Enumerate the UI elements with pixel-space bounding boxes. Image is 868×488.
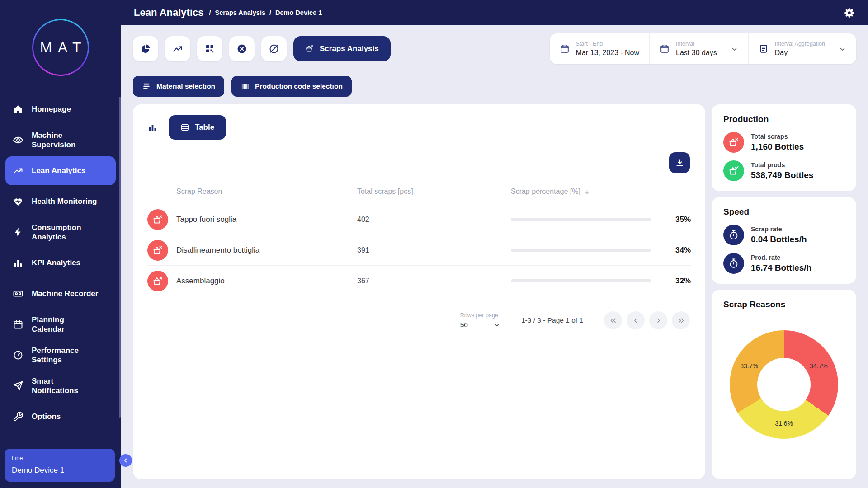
date-range-filter[interactable]: Start - End Mar 13, 2023 - Now (550, 33, 650, 64)
trend-view-button[interactable] (165, 36, 190, 61)
table-footer: Rows per page 50 1-3 / 3 - Page 1 of 1 (147, 311, 691, 329)
date-range-value: Mar 13, 2023 - Now (576, 49, 640, 57)
header-scrap-percentage[interactable]: Scrap percentage [%] (511, 188, 651, 196)
document-lines-icon (759, 44, 769, 54)
table-row: Assemblaggio 367 32% (147, 265, 691, 296)
rows-per-page-value: 50 (460, 321, 468, 329)
scrap-reasons-card: Scrap Reasons 34.7% 31.6% 33.7% (712, 290, 856, 479)
basket-x-icon (305, 44, 314, 53)
page-title: Lean Analytics (134, 7, 203, 19)
interval-value: Last 30 days (676, 49, 717, 57)
material-selection-button[interactable]: Material selection (133, 76, 224, 97)
chevron-down-icon (731, 45, 738, 53)
app-root: MAT Homepage Machine Supervision Lean An… (0, 0, 868, 488)
aggregation-text: Interval Aggregation Day (775, 41, 825, 57)
rows-per-page[interactable]: Rows per page 50 (460, 312, 500, 329)
total-scraps: 367 (357, 277, 511, 285)
last-page-button[interactable] (672, 311, 690, 329)
trend-icon (172, 43, 183, 54)
device-panel[interactable]: Line Demo Device 1 (5, 449, 115, 482)
topbar: Lean Analytics / Scraps Analysis / Demo … (121, 0, 868, 25)
percentage-value: 34% (651, 246, 691, 255)
stat-scrap-rate: Scrap rate 0.04 Bottles/h (723, 225, 844, 245)
logo-text: MAT (33, 20, 88, 75)
qr-code-icon (204, 43, 215, 54)
calendar-icon (13, 319, 24, 330)
double-chevron-right-icon (677, 317, 685, 324)
sidebar-item-label: Performance Settings (32, 346, 79, 365)
pie-chart-icon (140, 43, 151, 54)
chevron-left-icon (123, 457, 129, 464)
gauge-off-view-button[interactable] (261, 36, 287, 61)
sidebar-item-kpi-analytics[interactable]: KPI Analytics (5, 249, 116, 277)
sidebar-item-performance-settings[interactable]: Performance Settings (5, 341, 116, 370)
sidebar-item-planning-calendar[interactable]: Planning Calendar (5, 310, 116, 339)
bar-chart-icon (147, 122, 158, 133)
sidebar-item-consumption-analytics[interactable]: Consumption Analytics (5, 218, 116, 247)
speed-card: Speed Scrap rate 0.04 Bottles/h (712, 197, 856, 284)
qr-code-view-button[interactable] (197, 36, 222, 61)
filter-bar: Start - End Mar 13, 2023 - Now Interval … (550, 33, 856, 64)
first-page-button[interactable] (604, 311, 622, 329)
logo: MAT (32, 19, 89, 76)
x-circle-view-button[interactable] (229, 36, 255, 61)
production-code-selection-button[interactable]: Production code selection (231, 76, 352, 97)
scraps-table-panel: Table Scrap Reason Total scraps [pcs] Sc… (133, 104, 705, 479)
scraps-table: Scrap Reason Total scraps [pcs] Scrap pe… (147, 188, 691, 329)
table-row: Disallineamento bottiglia 391 34% (147, 235, 691, 265)
stat-label: Scrap rate (751, 225, 807, 233)
sidebar-item-label: Health Monitoring (32, 197, 97, 206)
sidebar-scrollbar[interactable] (119, 97, 121, 418)
previous-page-button[interactable] (627, 311, 645, 329)
scrap-reason: Disallineamento bottiglia (176, 246, 357, 255)
sidebar-item-smart-notifications[interactable]: Smart Notifications (5, 371, 116, 400)
calendar-icon (560, 44, 570, 54)
content: Scraps Analysis Start - End Mar 13, 2023… (121, 25, 868, 488)
pie-chart-view-button[interactable] (133, 36, 158, 61)
header-total-scraps: Total scraps [pcs] (357, 188, 511, 196)
interval-filter[interactable]: Interval Last 30 days (649, 33, 748, 64)
donut-label: 34.7% (810, 362, 828, 370)
stat-value: 16.74 Bottles/h (751, 263, 811, 273)
breadcrumb-separator: / (209, 9, 211, 16)
production-code-selection-label: Production code selection (255, 82, 343, 90)
aggregation-filter[interactable]: Interval Aggregation Day (748, 33, 856, 64)
sidebar: MAT Homepage Machine Supervision Lean An… (0, 0, 121, 488)
panel-view-toggle: Table (147, 115, 691, 140)
table-icon (180, 123, 189, 132)
rows-per-page-label: Rows per page (460, 312, 500, 319)
breadcrumb-item[interactable]: Demo Device 1 (275, 9, 322, 16)
scrap-reason: Assemblaggio (176, 277, 357, 286)
stopwatch-icon (723, 225, 744, 245)
recorder-icon (13, 288, 24, 299)
sidebar-item-health-monitoring[interactable]: Health Monitoring (5, 187, 116, 216)
dashboard-row: Table Scrap Reason Total scraps [pcs] Sc… (133, 104, 856, 479)
x-circle-icon (236, 43, 247, 54)
gear-icon (844, 8, 854, 18)
basket-x-icon (147, 209, 168, 230)
basket-check-icon (723, 160, 744, 181)
chart-view-toggle-button[interactable] (147, 122, 158, 133)
next-page-button[interactable] (649, 311, 667, 329)
breadcrumb-item[interactable]: Scraps Analysis (215, 9, 266, 16)
table-view-toggle-button[interactable]: Table (169, 115, 226, 140)
sidebar-item-machine-supervision[interactable]: Machine Supervision (5, 126, 116, 155)
sidebar-item-label: KPI Analytics (32, 258, 80, 267)
sidebar-collapse-button[interactable] (119, 454, 132, 467)
production-title: Production (723, 114, 844, 124)
sidebar-item-lean-analytics[interactable]: Lean Analytics (5, 156, 116, 185)
table-row: Tappo fuori soglia 402 35% (147, 204, 691, 235)
download-button[interactable] (669, 152, 690, 173)
gauge-off-icon (269, 43, 279, 54)
calendar-icon (660, 44, 670, 54)
settings-button[interactable] (844, 8, 854, 18)
sidebar-item-options[interactable]: Options (5, 402, 116, 431)
scraps-analysis-button[interactable]: Scraps Analysis (293, 36, 391, 61)
scrap-reason: Tappo fuori soglia (176, 215, 357, 224)
interval-label: Interval (676, 41, 717, 47)
stopwatch-icon (723, 253, 744, 274)
sidebar-item-label: Smart Notifications (32, 376, 78, 396)
sidebar-item-homepage[interactable]: Homepage (5, 95, 116, 124)
view-switcher: Scraps Analysis (133, 36, 391, 61)
sidebar-item-machine-recorder[interactable]: Machine Recorder (5, 279, 116, 308)
